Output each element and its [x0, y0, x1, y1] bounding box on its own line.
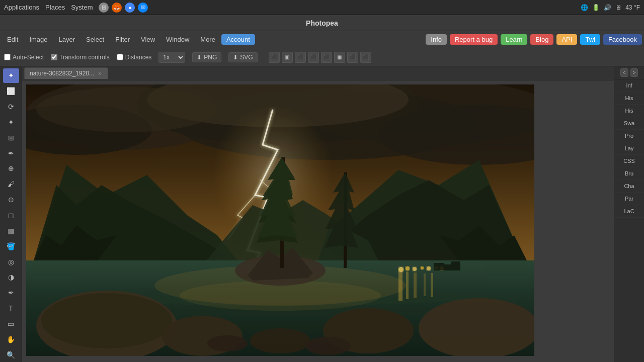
menu-filter[interactable]: Filter [110, 34, 135, 45]
panel-collapse-right-button[interactable]: > [630, 68, 638, 77]
volume-icon: 🔊 [604, 4, 611, 11]
battery-icon: 🔋 [592, 4, 600, 11]
marquee-tool[interactable]: ⬜ [3, 84, 19, 99]
canvas-scroll[interactable] [22, 80, 614, 362]
crop-tool[interactable]: ⊞ [3, 130, 19, 145]
align-spread-v-icon[interactable]: ⬛ [360, 52, 371, 63]
panel-css[interactable]: CSS [614, 155, 644, 167]
hand-tool[interactable]: ✋ [3, 332, 19, 346]
align-top-icon[interactable]: ⬛ [321, 52, 332, 63]
panel-collapse-left-button[interactable]: < [620, 68, 628, 77]
app-title: Photopea [306, 19, 338, 27]
panel-layer-comps[interactable]: LaC [614, 205, 644, 218]
panel-history2[interactable]: His [614, 105, 644, 117]
panel-history[interactable]: His [614, 92, 644, 105]
applications-menu[interactable]: Applications [4, 4, 39, 11]
blur-tool[interactable]: ◎ [3, 254, 19, 269]
panel-brush[interactable]: Bru [614, 167, 644, 180]
align-spread-h-icon[interactable]: ⬛ [308, 52, 319, 63]
menu-bar: Edit Image Layer Select Filter View Wind… [0, 31, 644, 48]
menu-image[interactable]: Image [24, 34, 52, 45]
menu-layer[interactable]: Layer [54, 34, 80, 45]
display-icon: 🖥 [615, 4, 621, 11]
distances-input[interactable] [117, 54, 123, 60]
main-image [26, 84, 534, 356]
download-icon: ⬇ [197, 54, 202, 61]
eraser-tool[interactable]: ◻ [3, 208, 19, 223]
menu-window[interactable]: Window [161, 34, 194, 45]
terminal-icon[interactable]: 🖥 [99, 3, 109, 13]
gradient-tool[interactable]: ▦ [3, 223, 19, 238]
right-panel-controls: < > [614, 66, 644, 79]
facebook-button[interactable]: Facebook [603, 34, 642, 45]
chrome-icon[interactable]: ● [125, 3, 135, 13]
panel-swatches[interactable]: Swa [614, 117, 644, 130]
download-svg-icon: ⬇ [233, 54, 238, 61]
panel-channels[interactable]: Cha [614, 180, 644, 193]
title-bar: Photopea [0, 15, 644, 31]
menu-select[interactable]: Select [81, 34, 109, 45]
thunderbird-icon[interactable]: ✉ [138, 3, 148, 13]
toolbar: Auto-Select Transform controls Distances… [0, 48, 644, 66]
align-bottom-icon[interactable]: ⬛ [347, 52, 358, 63]
align-right-icon[interactable]: ⬛ [295, 52, 306, 63]
align-left-icon[interactable]: ⬛ [269, 52, 280, 63]
system-bar: Applications Places System 🖥 🦊 ● ✉ 🌐 🔋 🔊… [0, 0, 644, 15]
menu-more[interactable]: More [195, 34, 220, 45]
panel-info[interactable]: Inf [614, 79, 644, 92]
transform-controls-checkbox[interactable]: Transform controls [51, 54, 110, 61]
shape-tool[interactable]: ▭ [3, 317, 19, 331]
panel-layers[interactable]: Lay [614, 142, 644, 155]
blog-button[interactable]: Blog [530, 34, 553, 45]
right-panel: < > Inf His His Swa Pro Lay CSS Bru Cha … [614, 66, 644, 362]
info-button[interactable]: Info [426, 34, 447, 45]
wand-tool[interactable]: ✦ [3, 115, 19, 130]
paint-bucket-tool[interactable]: 🪣 [3, 239, 19, 253]
menu-edit[interactable]: Edit [2, 34, 23, 45]
transform-controls-input[interactable] [51, 54, 57, 60]
report-bug-button[interactable]: Report a bug [450, 34, 498, 45]
align-center-v-icon[interactable]: ▣ [334, 52, 345, 63]
panel-paragraph[interactable]: Par [614, 193, 644, 205]
places-menu[interactable]: Places [45, 4, 65, 11]
align-center-h-icon[interactable]: ▣ [282, 52, 293, 63]
left-tools-panel: ✦ ⬜ ⟳ ✦ ⊞ ✒ ⊕ 🖌 ⊙ ◻ ▦ 🪣 ◎ ◑ ✒ T ▭ ✋ 🔍 [0, 66, 22, 362]
zoom-select[interactable]: 1x 0.5x 2x 4x [158, 52, 185, 63]
dodge-tool[interactable]: ◑ [3, 270, 19, 285]
canvas-area[interactable]: nature-3082832_1920... × [22, 66, 614, 362]
lasso-tool[interactable]: ⟳ [3, 100, 19, 114]
menu-account[interactable]: Account [221, 34, 255, 45]
image-container [26, 84, 534, 356]
export-svg-button[interactable]: ⬇ SVG [228, 52, 257, 62]
weather-temperature: 43 °F [625, 4, 640, 11]
move-tool[interactable]: ✦ [3, 68, 19, 83]
auto-select-checkbox[interactable]: Auto-Select [4, 54, 44, 61]
tab-filename: nature-3082832_1920... [30, 70, 94, 77]
svg-rect-53 [26, 84, 534, 356]
brush-tool[interactable]: 🖌 [3, 177, 19, 192]
learn-button[interactable]: Learn [501, 34, 527, 45]
export-png-button[interactable]: ⬇ PNG [192, 52, 221, 62]
distances-checkbox[interactable]: Distances [117, 54, 152, 61]
main-area: ✦ ⬜ ⟳ ✦ ⊞ ✒ ⊕ 🖌 ⊙ ◻ ▦ 🪣 ◎ ◑ ✒ T ▭ ✋ 🔍 na… [0, 66, 644, 362]
menu-view[interactable]: View [136, 34, 160, 45]
network-icon: 🌐 [581, 4, 588, 11]
clone-tool[interactable]: ⊙ [3, 193, 19, 207]
file-tab[interactable]: nature-3082832_1920... × [24, 67, 108, 79]
system-menu[interactable]: System [71, 4, 93, 11]
zoom-tool[interactable]: 🔍 [3, 347, 19, 362]
firefox-icon[interactable]: 🦊 [112, 3, 122, 13]
tab-close-button[interactable]: × [97, 70, 102, 76]
api-button[interactable]: API [556, 34, 577, 45]
text-tool[interactable]: T [3, 301, 19, 316]
twitter-button[interactable]: Twi [580, 34, 600, 45]
tab-bar: nature-3082832_1920... × [22, 66, 614, 80]
panel-properties[interactable]: Pro [614, 130, 644, 142]
heal-tool[interactable]: ⊕ [3, 161, 19, 176]
pen-tool[interactable]: ✒ [3, 286, 19, 300]
eyedropper-tool[interactable]: ✒ [3, 146, 19, 160]
auto-select-input[interactable] [4, 54, 11, 60]
